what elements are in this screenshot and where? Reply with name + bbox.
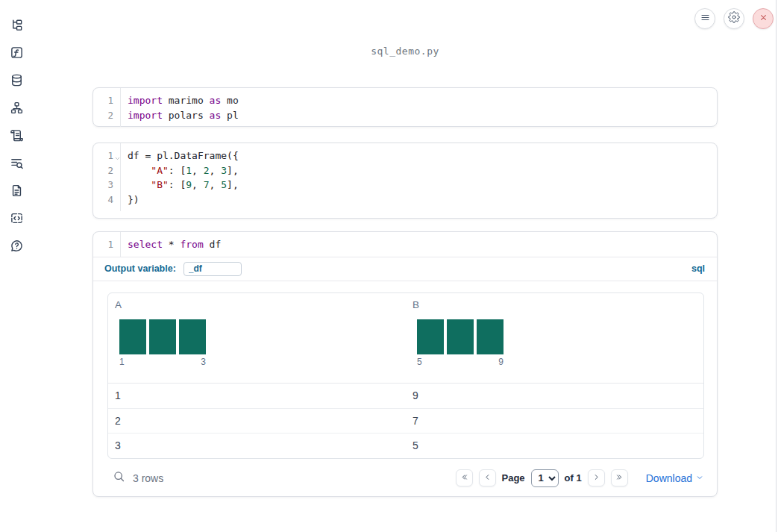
page-of-label: of 1 [565, 472, 582, 484]
output-variable-row: Output variable: sql [93, 257, 717, 281]
code-line[interactable]: 1df = pl.DataFrame({ [93, 148, 717, 163]
histogram-bar [119, 319, 146, 354]
sidebar-item-database[interactable] [9, 72, 24, 87]
histogram-bar [417, 319, 444, 354]
sidebar-item-help[interactable] [9, 238, 24, 253]
code-line[interactable]: 2 "A": [1, 2, 3], [93, 163, 717, 178]
histogram-bar [447, 319, 474, 354]
histogram-bar [477, 319, 503, 354]
output-variable-label: Output variable: [104, 263, 176, 274]
sidebar-item-file-tree[interactable] [9, 17, 24, 32]
settings-button[interactable] [724, 8, 744, 29]
result-table: A13B59 192735 [107, 292, 704, 459]
line-number: 4 [93, 193, 120, 207]
histogram-min-label: 5 [417, 357, 422, 367]
output-variable-input[interactable] [183, 262, 242, 276]
histogram-bar [179, 319, 206, 354]
code-line[interactable]: 3 "B": [9, 7, 5], [93, 178, 717, 193]
scrollbar-track[interactable] [776, 0, 777, 532]
code-line[interactable]: 1import marimo as mo [93, 93, 717, 108]
code-line[interactable]: 2import polars as pl [93, 108, 717, 123]
table-cell: 5 [406, 439, 703, 451]
chevrons-right-icon [615, 472, 624, 485]
table-row[interactable]: 35 [108, 433, 703, 457]
sidebar-item-document[interactable] [9, 183, 24, 198]
line-number: 1 [93, 237, 120, 252]
sidebar-item-logs-search[interactable] [9, 155, 24, 170]
line-number: 2 [93, 163, 120, 178]
notebook-filename[interactable]: sql_demo.py [92, 46, 718, 57]
topbar-controls [694, 8, 774, 29]
column-histogram[interactable]: 59 [417, 319, 503, 367]
chevron-down-icon [695, 472, 704, 484]
next-page-button[interactable] [588, 469, 605, 486]
line-number: 1 [93, 148, 120, 163]
table-row[interactable]: 27 [108, 408, 703, 433]
pagination: Page 1 of 1 Download [456, 469, 704, 487]
page-label: Page [502, 472, 525, 484]
histogram-max-label: 3 [201, 357, 206, 367]
notebook-menu-button[interactable] [694, 8, 715, 29]
sql-editor[interactable]: 1select * from df [93, 232, 717, 257]
table-row[interactable]: 19 [108, 384, 703, 408]
column-header-label[interactable]: A [115, 299, 406, 310]
table-body: 192735 [108, 384, 703, 457]
marimo-app: sql_demo.py 1import marimo as mo2import … [0, 0, 778, 532]
code-line[interactable]: 1select * from df [93, 237, 717, 252]
table-column-B: B59 [406, 293, 703, 383]
table-cell: 9 [406, 389, 703, 401]
language-badge: sql [691, 263, 705, 274]
histogram-bar [149, 319, 176, 354]
code-editor[interactable]: 1df = pl.DataFrame({2 "A": [1, 2, 3],3 "… [93, 143, 717, 211]
table-cell: 7 [406, 415, 703, 427]
menu-icon [700, 12, 711, 26]
line-number: 1 [93, 93, 120, 108]
download-label: Download [646, 472, 692, 484]
code-editor[interactable]: 1import marimo as mo2import polars as pl [93, 88, 717, 127]
table-cell: 2 [108, 415, 406, 427]
table-footer: 3 rows Page 1 of 1 Download [107, 465, 704, 492]
page-select[interactable]: 1 [531, 469, 559, 487]
sidebar-item-function[interactable] [9, 45, 24, 60]
table-header: A13B59 [108, 293, 703, 384]
sidebar [0, 0, 33, 532]
gear-icon [728, 11, 740, 26]
chevron-right-icon [592, 472, 601, 485]
line-number: 2 [93, 108, 120, 123]
download-button[interactable]: Download [646, 472, 704, 484]
table-cell: 3 [108, 439, 406, 451]
table-cell: 1 [108, 389, 406, 401]
code-cell-imports[interactable]: 1import marimo as mo2import polars as pl [92, 87, 718, 127]
first-page-button[interactable] [456, 469, 473, 486]
search-icon[interactable] [113, 470, 125, 486]
chevrons-left-icon [459, 472, 469, 485]
sidebar-item-scroll[interactable] [9, 128, 24, 143]
shutdown-button[interactable] [753, 8, 774, 29]
histogram-max-label: 9 [498, 357, 503, 367]
column-histogram[interactable]: 13 [119, 319, 206, 367]
column-header-label[interactable]: B [412, 299, 703, 310]
histogram-min-label: 1 [119, 357, 125, 367]
table-column-A: A13 [108, 293, 406, 383]
code-cell-dataframe[interactable]: 1df = pl.DataFrame({2 "A": [1, 2, 3],3 "… [92, 143, 718, 219]
sidebar-item-snippets[interactable] [9, 210, 24, 225]
line-number: 3 [93, 178, 120, 193]
prev-page-button[interactable] [479, 469, 496, 486]
chevron-left-icon [483, 472, 492, 485]
last-page-button[interactable] [611, 469, 628, 486]
close-icon [759, 12, 768, 25]
cell-output-area: A13B59 192735 3 rows Page 1 of 1 [93, 281, 717, 496]
row-count: 3 rows [133, 472, 163, 484]
sidebar-item-dependency-graph[interactable] [9, 100, 24, 115]
code-line[interactable]: 4}) [93, 193, 717, 207]
sql-cell[interactable]: 1select * from df Output variable: sql A… [92, 231, 718, 497]
